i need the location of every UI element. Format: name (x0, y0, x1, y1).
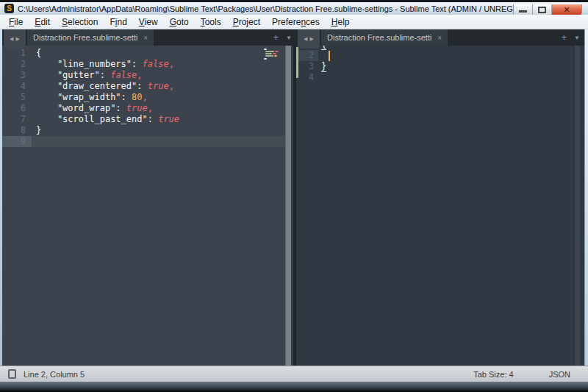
line-number: 2 (296, 50, 318, 61)
maximize-button[interactable] (533, 4, 552, 15)
minimize-icon (519, 10, 527, 13)
editor-pane-left[interactable]: 1{2 "line_numbers": false,3 "gutter": fa… (2, 46, 293, 366)
minimize-button[interactable] (514, 4, 533, 15)
line-number: 3 (296, 61, 318, 72)
editor-group: 1{2 "line_numbers": false,3 "gutter": fa… (2, 46, 584, 366)
diff-added-marker (296, 47, 298, 78)
line-number: 6 (2, 103, 32, 114)
tab-close-icon[interactable]: × (437, 34, 442, 42)
sublime-text-window: S C:\Users\Administrator\AppData\Roaming… (0, 0, 588, 392)
tab-title: Distraction Free.sublime-settings (327, 33, 431, 42)
line-number: 9 (2, 136, 32, 147)
code-line-5: 5 "wrap_width": 80, (2, 92, 293, 103)
statusbar: Line 2, Column 5 Tab Size: 4 JSON (0, 366, 588, 382)
tab-bars: ◀ ▶ Distraction Free.sublime-settings × … (2, 29, 584, 46)
tab-right-pane[interactable]: Distraction Free.sublime-settings × (321, 29, 448, 46)
new-tab-icon[interactable]: + (561, 30, 567, 45)
code-text (318, 50, 321, 61)
code-text: "wrap_width": 80, (32, 92, 148, 103)
editor-pane-right[interactable]: 1{23}4 (296, 46, 581, 366)
code-text: "draw_centered": true, (32, 81, 174, 92)
text-caret (329, 51, 330, 61)
code-text: } (318, 61, 326, 72)
close-button[interactable]: ✕ (552, 4, 581, 15)
menu-project[interactable]: Project (227, 15, 266, 29)
code-text (318, 72, 321, 83)
maximize-icon (538, 7, 546, 13)
tab-bar-actions: + ▼ (273, 29, 292, 46)
code-line-2: 2 "line_numbers": false, (2, 59, 293, 70)
code-text: { (32, 48, 41, 59)
left-tab-bar: ◀ ▶ Distraction Free.sublime-settings × … (2, 29, 296, 46)
tab-bar-actions: + ▼ (561, 29, 580, 46)
window-border-bottom (0, 382, 588, 392)
line-number: 2 (2, 59, 32, 70)
tab-overflow-icon[interactable]: ▼ (574, 35, 580, 41)
line-number: 1 (2, 48, 32, 59)
menubar: FileEditSelectionFindViewGotoToolsProjec… (0, 15, 588, 29)
window-border-left (0, 29, 2, 382)
syntax-indicator[interactable]: JSON (549, 370, 570, 379)
code-line-4: 4 "draw_centered": true, (2, 81, 293, 92)
menu-selection[interactable]: Selection (56, 15, 104, 29)
code-text: "word_wrap": true, (32, 103, 153, 114)
line-number: 7 (2, 114, 32, 125)
cursor-position-label: Line 2, Column 5 (24, 370, 85, 379)
scrollbar-track-edge (291, 46, 293, 366)
code-line-9: 9 (2, 136, 293, 147)
line-number: 4 (2, 81, 32, 92)
code-text (32, 136, 36, 147)
menu-preferences[interactable]: Preferences (266, 15, 326, 29)
titlebar[interactable]: S C:\Users\Administrator\AppData\Roaming… (0, 0, 588, 15)
code-line-1: 1{ (2, 48, 293, 59)
tab-close-icon[interactable]: × (143, 34, 148, 42)
sublime-app-icon: S (4, 4, 14, 13)
vertical-scrollbar-right[interactable] (574, 46, 580, 366)
line-number: 8 (2, 125, 32, 136)
tab-overflow-icon[interactable]: ▼ (286, 35, 292, 41)
menu-find[interactable]: Find (104, 15, 132, 29)
tab-scroll-arrows[interactable]: ◀ ▶ (4, 29, 26, 49)
code-area-right[interactable]: 1{23}4 (296, 46, 581, 83)
code-text: "line_numbers": false, (32, 59, 174, 70)
tab-title: Distraction Free.sublime-settings (33, 33, 137, 42)
menu-file[interactable]: File (3, 15, 29, 29)
menu-view[interactable]: View (133, 15, 164, 29)
scroll-left-icon[interactable]: ◀ (10, 36, 13, 42)
line-number: 3 (2, 70, 32, 81)
code-line-8: 8} (2, 125, 293, 136)
code-line-3: 3} (296, 61, 581, 72)
menu-tools[interactable]: Tools (195, 15, 227, 29)
code-text: "scroll_past_end": true (32, 114, 179, 125)
scroll-left-icon[interactable]: ◀ (304, 36, 307, 42)
minimap[interactable] (264, 49, 283, 60)
scroll-right-icon[interactable]: ▶ (16, 36, 20, 42)
right-tab-bar: ◀ ▶ Distraction Free.sublime-settings × … (296, 29, 584, 46)
close-icon: ✕ (552, 5, 581, 15)
code-text: "gutter": false, (32, 70, 143, 81)
menu-help[interactable]: Help (326, 15, 356, 29)
code-area-left[interactable]: 1{2 "line_numbers": false,3 "gutter": fa… (2, 46, 293, 147)
tab-left-pane[interactable]: Distraction Free.sublime-settings × (27, 29, 154, 46)
code-line-4: 4 (296, 72, 581, 83)
code-line-2: 2 (296, 50, 581, 61)
window-title: C:\Users\Administrator\AppData\Roaming\S… (18, 4, 551, 13)
tab-size-indicator[interactable]: Tab Size: 4 (473, 370, 513, 379)
code-line-6: 6 "word_wrap": true, (2, 103, 293, 114)
line-number: 4 (296, 72, 318, 83)
vertical-scrollbar-left[interactable] (285, 46, 291, 366)
code-text: } (32, 125, 41, 136)
line-number: 5 (2, 92, 32, 103)
menu-goto[interactable]: Goto (164, 15, 195, 29)
new-tab-icon[interactable]: + (273, 30, 279, 45)
menu-edit[interactable]: Edit (29, 15, 56, 29)
code-line-7: 7 "scroll_past_end": true (2, 114, 293, 125)
tab-scroll-arrows[interactable]: ◀ ▶ (298, 29, 320, 49)
panel-switcher-icon[interactable] (8, 369, 16, 379)
code-line-3: 3 "gutter": false, (2, 70, 293, 81)
window-border-right (584, 29, 588, 382)
scroll-right-icon[interactable]: ▶ (310, 36, 314, 42)
